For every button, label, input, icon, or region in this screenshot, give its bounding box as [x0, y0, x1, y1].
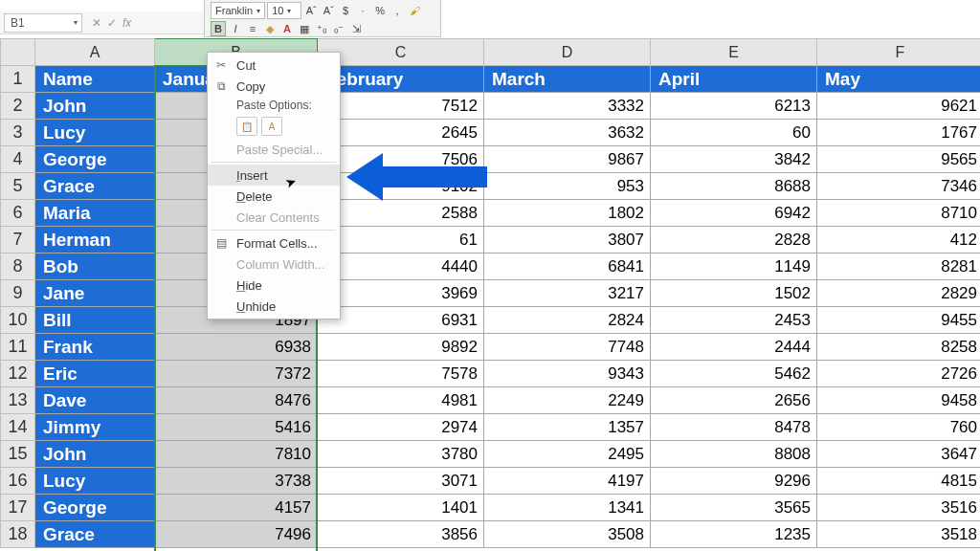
cell-d[interactable]: 2249: [484, 387, 651, 414]
cell-e[interactable]: 2828: [651, 227, 817, 253]
cell-name[interactable]: Jimmy: [35, 414, 155, 441]
row-header[interactable]: 2: [1, 93, 35, 120]
cell-f[interactable]: 1767: [817, 120, 981, 146]
comma-icon[interactable]: ,: [390, 3, 405, 18]
cell-e[interactable]: 6942: [651, 200, 817, 227]
context-menu[interactable]: ✂ Cut ⧉ Copy Paste Options: 📋 A Paste Sp…: [207, 52, 341, 320]
header-data-row[interactable]: 1 Name January February March April May: [1, 66, 981, 93]
row-header[interactable]: 5: [1, 173, 35, 200]
cell-d[interactable]: 6841: [484, 253, 651, 280]
cell-name[interactable]: Jane: [35, 280, 155, 307]
cell-d[interactable]: 3332: [484, 93, 651, 120]
cell-e[interactable]: 8688: [651, 173, 817, 200]
cell-b[interactable]: 6938: [155, 334, 318, 361]
row-header[interactable]: 9: [1, 280, 35, 307]
ctx-hide[interactable]: Hide: [208, 275, 340, 296]
cell-name[interactable]: Bill: [35, 307, 155, 334]
decimal-inc-icon[interactable]: ⁺₀: [314, 21, 329, 36]
row-header[interactable]: 12: [1, 361, 35, 387]
border-icon[interactable]: ▦: [297, 21, 312, 36]
ctx-clear[interactable]: Clear Contents: [208, 207, 340, 228]
table-row[interactable]: 4George7506986738429565: [1, 146, 981, 173]
fx-icon[interactable]: fx: [122, 16, 131, 30]
ctx-unhide[interactable]: Unhide: [208, 296, 340, 317]
cell-d[interactable]: 9867: [484, 146, 651, 173]
cell-c[interactable]: 7512: [318, 93, 484, 120]
cell-f[interactable]: 4815: [817, 468, 981, 495]
row-header[interactable]: 14: [1, 414, 35, 441]
row-header[interactable]: 7: [1, 227, 35, 253]
cell-e[interactable]: 3842: [651, 146, 817, 173]
cell-name[interactable]: John: [35, 441, 155, 468]
table-row[interactable]: 14Jimmy5416297413578478760: [1, 414, 981, 441]
row-header[interactable]: 3: [1, 120, 35, 146]
cell-d[interactable]: 9343: [484, 361, 651, 387]
ctx-cut[interactable]: ✂ Cut: [208, 55, 340, 76]
cell-e[interactable]: 3565: [651, 495, 817, 521]
row-header[interactable]: 11: [1, 334, 35, 361]
col-header-e[interactable]: E: [651, 39, 817, 66]
cell-c[interactable]: 3969: [318, 280, 484, 307]
cell-d[interactable]: 3217: [484, 280, 651, 307]
cell-f[interactable]: 412: [817, 227, 981, 253]
cell-d[interactable]: 7748: [484, 334, 651, 361]
ctx-paste-special[interactable]: Paste Special...: [208, 139, 340, 160]
row-header[interactable]: 4: [1, 146, 35, 173]
cell-e[interactable]: 1235: [651, 521, 817, 548]
font-size-select[interactable]: 10▾: [267, 2, 301, 19]
cell-c[interactable]: 9892: [318, 334, 484, 361]
cell-d[interactable]: 3807: [484, 227, 651, 253]
cell-c[interactable]: 4981: [318, 387, 484, 414]
font-name-select[interactable]: Franklin▾: [211, 2, 265, 19]
ctx-copy[interactable]: ⧉ Copy: [208, 76, 340, 97]
cell-name[interactable]: John: [35, 93, 155, 120]
row-header[interactable]: 8: [1, 253, 35, 280]
decrease-font-icon[interactable]: Aˇ: [321, 3, 336, 18]
cell-f[interactable]: 9565: [817, 146, 981, 173]
cell-a1[interactable]: Name: [35, 66, 155, 93]
row-header[interactable]: 15: [1, 441, 35, 468]
decimal-dec-icon[interactable]: ₀⁻: [331, 21, 346, 36]
cell-name[interactable]: Lucy: [35, 120, 155, 146]
cell-f[interactable]: 760: [817, 414, 981, 441]
cell-c[interactable]: 3071: [318, 468, 484, 495]
cell-f[interactable]: 3516: [817, 495, 981, 521]
table-row[interactable]: 8Bob4440684111498281: [1, 253, 981, 280]
cell-name[interactable]: Eric: [35, 361, 155, 387]
cell-name[interactable]: George: [35, 495, 155, 521]
fill-color-icon[interactable]: ◆: [262, 21, 278, 36]
cell-b[interactable]: 8476: [155, 387, 318, 414]
table-row[interactable]: 7Herman6138072828412: [1, 227, 981, 253]
cell-d[interactable]: 2495: [484, 441, 651, 468]
table-row[interactable]: 3Lucy26453632601767: [1, 120, 981, 146]
table-row[interactable]: 6Maria2588180269428710: [1, 200, 981, 227]
cell-e[interactable]: 2453: [651, 307, 817, 334]
format-painter-icon[interactable]: 🖌: [407, 3, 422, 18]
cell-b[interactable]: 7496: [155, 521, 318, 548]
cell-d[interactable]: 3632: [484, 120, 651, 146]
cell-c[interactable]: 3780: [318, 441, 484, 468]
cell-d[interactable]: 953: [484, 173, 651, 200]
cell-e1[interactable]: April: [651, 66, 817, 93]
table-row[interactable]: 17George41571401134135653516: [1, 495, 981, 521]
bold-button[interactable]: B: [211, 21, 226, 36]
name-box[interactable]: B1 ▾: [4, 13, 82, 33]
align-icon[interactable]: ≡: [245, 21, 260, 36]
cell-c[interactable]: 61: [318, 227, 484, 253]
cell-b[interactable]: 5416: [155, 414, 318, 441]
cell-f[interactable]: 9621: [817, 93, 981, 120]
cell-f[interactable]: 9455: [817, 307, 981, 334]
ctx-delete[interactable]: Delete: [208, 186, 340, 207]
font-color-icon[interactable]: A: [279, 21, 295, 36]
cell-name[interactable]: Herman: [35, 227, 155, 253]
cell-f[interactable]: 8281: [817, 253, 981, 280]
cell-f1[interactable]: May: [817, 66, 981, 93]
merge-icon[interactable]: ⇲: [348, 21, 364, 36]
cell-b[interactable]: 3738: [155, 468, 318, 495]
cell-d[interactable]: 1341: [484, 495, 651, 521]
cell-e[interactable]: 9296: [651, 468, 817, 495]
currency-icon[interactable]: $: [338, 3, 353, 18]
cell-e[interactable]: 8478: [651, 414, 817, 441]
row-header[interactable]: 16: [1, 468, 35, 495]
cell-e[interactable]: 1149: [651, 253, 817, 280]
